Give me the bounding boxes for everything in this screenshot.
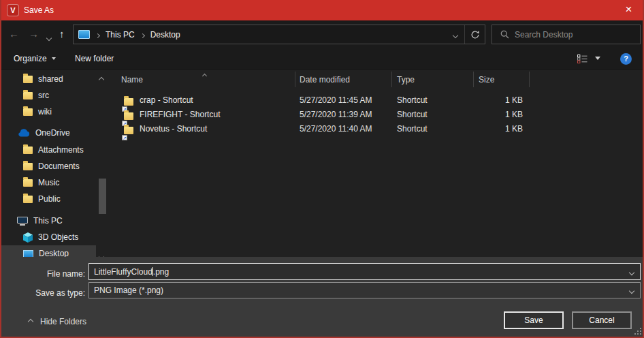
cube-icon [23, 232, 33, 243]
folder-icon [23, 196, 33, 203]
close-button[interactable]: × [613, 0, 644, 20]
address-dropdown-button[interactable] [447, 30, 464, 40]
file-name: crap - Shortcut [140, 93, 193, 108]
column-header-size[interactable]: Size [479, 75, 494, 84]
save-as-type-value: PNG Image (*.png) [94, 286, 163, 295]
file-name-input[interactable]: LittleFluffyCloud.png [88, 263, 641, 280]
organize-button[interactable]: Organize [14, 48, 56, 70]
browse-area: shared src wiki OneDrive Attachments Doc… [0, 70, 644, 257]
sidebar-scroll-up-button[interactable] [99, 74, 103, 84]
sidebar-item-label: shared [38, 74, 63, 84]
sidebar-item-label: src [38, 91, 49, 100]
sidebar-item-label: 3D Objects [38, 232, 78, 242]
breadcrumb-desktop[interactable]: Desktop [150, 30, 180, 40]
file-row-crap-shortcut[interactable]: ↗ crap - Shortcut 5/27/2020 11:45 AM Sho… [109, 93, 643, 108]
chevron-up-icon [99, 77, 104, 82]
breadcrumb-this-pc[interactable]: This PC [106, 30, 135, 40]
file-name-label: File name: [0, 269, 85, 279]
folder-icon [23, 76, 33, 83]
column-divider[interactable] [391, 72, 392, 87]
file-name-text: LittleFluffyCloud [94, 267, 152, 277]
sidebar-item-label: OneDrive [35, 128, 70, 138]
this-pc-icon [78, 30, 90, 39]
sidebar-item-onedrive[interactable]: OneDrive [0, 125, 96, 141]
folder-icon [23, 108, 33, 116]
file-row-firefight-shortcut[interactable]: ↗ FIREFIGHT - Shortcut 5/27/2020 11:39 A… [109, 108, 643, 122]
file-type: Shortcut [397, 108, 428, 122]
details-view-icon [577, 55, 587, 63]
column-header-date-modified[interactable]: Date modified [300, 75, 350, 84]
window-title: Save As [24, 5, 54, 15]
file-date: 5/27/2020 11:40 AM [300, 122, 372, 136]
file-type: Shortcut [397, 122, 428, 136]
save-as-type-label: Save as type: [0, 288, 85, 298]
folder-icon [23, 92, 33, 99]
search-input[interactable] [515, 30, 624, 40]
chevron-down-icon [453, 32, 458, 37]
new-folder-button[interactable]: New folder [75, 48, 114, 70]
recent-locations-button[interactable] [47, 33, 51, 42]
save-as-type-select[interactable]: PNG Image (*.png) [88, 282, 641, 298]
refresh-icon [470, 30, 480, 40]
cancel-button[interactable]: Cancel [572, 311, 632, 329]
column-divider[interactable] [529, 72, 530, 87]
search-icon [500, 30, 509, 39]
file-name-dropdown-button[interactable] [630, 267, 634, 277]
monitor-icon [23, 250, 33, 258]
sidebar-item-documents[interactable]: Documents [0, 158, 96, 174]
file-size: 1 KB [479, 122, 523, 136]
navigation-bar: ← → ↑ This PC Desktop [0, 20, 644, 48]
hide-folders-button[interactable]: Hide Folders [29, 317, 86, 326]
sidebar-item-this-pc[interactable]: This PC [0, 213, 96, 229]
file-list-header: Name Date modified Type Size [109, 70, 644, 89]
resize-grip[interactable] [633, 326, 641, 335]
help-button[interactable]: ? [620, 53, 632, 65]
title-bar[interactable]: V Save As × [0, 0, 644, 20]
forward-button[interactable]: → [29, 28, 39, 40]
column-header-type[interactable]: Type [397, 75, 415, 84]
sidebar-item-public[interactable]: Public [0, 191, 96, 207]
address-bar[interactable]: This PC Desktop [73, 25, 485, 44]
file-date: 5/27/2020 11:45 AM [300, 93, 372, 108]
sidebar-item-label: This PC [33, 216, 63, 226]
sidebar-item-music[interactable]: Music [0, 174, 96, 191]
view-options-dropdown[interactable] [595, 57, 600, 60]
sidebar-item-label: Documents [38, 162, 80, 171]
folder-shortcut-icon: ↗ [124, 125, 133, 139]
file-date: 5/27/2020 11:39 AM [300, 108, 372, 122]
command-toolbar: Organize New folder ? [0, 48, 644, 70]
dialog-footer: File name: LittleFluffyCloud.png Save as… [0, 257, 644, 337]
chevron-down-icon [629, 269, 634, 275]
sidebar-item-src[interactable]: src [0, 87, 96, 104]
change-view-button[interactable] [577, 55, 587, 65]
sidebar-item-shared[interactable]: shared [0, 71, 96, 87]
back-button[interactable]: ← [9, 28, 19, 40]
file-name: Novetus - Shortcut [140, 122, 207, 136]
onedrive-cloud-icon [17, 129, 30, 137]
folder-icon [23, 163, 33, 170]
breadcrumb-separator-icon [141, 30, 144, 40]
sidebar-item-3d-objects[interactable]: 3D Objects [0, 229, 96, 245]
chevron-up-icon [28, 319, 33, 324]
column-header-name[interactable]: Name [121, 75, 143, 84]
folder-icon [23, 147, 33, 154]
sidebar-item-attachments[interactable]: Attachments [0, 142, 96, 158]
column-divider[interactable] [473, 72, 474, 87]
vivaldi-logo-icon: V [7, 4, 19, 16]
sort-ascending-icon [203, 70, 206, 80]
refresh-button[interactable] [464, 25, 485, 44]
column-divider[interactable] [295, 72, 295, 87]
shortcut-arrow-icon: ↗ [122, 135, 127, 140]
sidebar-item-label: Public [38, 194, 61, 204]
save-button[interactable]: Save [504, 311, 564, 329]
sidebar-item-label: Music [38, 178, 59, 187]
sidebar-item-wiki[interactable]: wiki [0, 104, 96, 120]
search-box[interactable] [492, 25, 641, 44]
save-as-type-dropdown-button[interactable] [630, 286, 634, 295]
up-button[interactable]: ↑ [59, 28, 65, 40]
file-name-extension: .png [153, 267, 169, 277]
file-row-novetus-shortcut[interactable]: ↗ Novetus - Shortcut 5/27/2020 11:40 AM … [109, 122, 643, 136]
file-size: 1 KB [479, 93, 523, 108]
file-size: 1 KB [479, 108, 523, 122]
sidebar-scrollbar-thumb[interactable] [99, 179, 106, 214]
